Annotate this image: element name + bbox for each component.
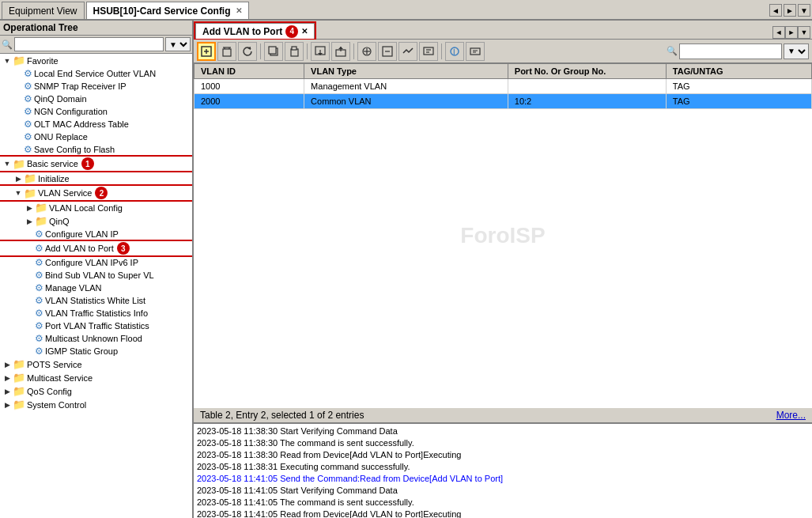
leaf-icon13: ⚙: [35, 295, 43, 306]
tree-search-input[interactable]: [14, 37, 164, 51]
tree-item-vlan-local[interactable]: ▶ 📁 VLAN Local Config: [0, 201, 192, 214]
tree-item-igmp-static[interactable]: ⚙ IGMP Static Group: [0, 345, 192, 357]
svg-rect-28: [470, 48, 480, 55]
inner-search-input[interactable]: [679, 43, 782, 59]
tree-item-pots-service[interactable]: ▶ 📁 POTS Service: [0, 357, 192, 371]
tree-search-dropdown[interactable]: ▼: [165, 37, 191, 51]
inner-nav-down[interactable]: ▼: [798, 26, 810, 39]
tab-card-service[interactable]: HSUB[10]-Card Service Config ✕: [86, 2, 249, 19]
inner-search-select[interactable]: ▼: [784, 43, 809, 59]
tree-item-qos-config[interactable]: ▶ 📁 QoS Config: [0, 384, 192, 398]
search-icon: 🔍: [2, 40, 13, 50]
export-button[interactable]: [331, 42, 350, 61]
tab-card-service-label: HSUB[10]-Card Service Config: [93, 6, 231, 17]
expand-vlan-local[interactable]: ▶: [24, 204, 35, 212]
watermark: ForoISP: [460, 223, 545, 248]
new-button[interactable]: [197, 42, 216, 61]
tree-item-ngn[interactable]: ⚙ NGN Configuration: [0, 105, 192, 118]
tree-label-vlan-service: VLAN Service: [38, 188, 92, 198]
tab-nav-right[interactable]: ►: [784, 4, 796, 17]
expand-qinq[interactable]: ▶: [24, 217, 35, 225]
inner-nav: ◄ ► ▼: [772, 26, 810, 39]
tree-item-multicast-service[interactable]: ▶ 📁 Multicast Service: [0, 371, 192, 384]
paste-button[interactable]: [285, 42, 304, 61]
tree-item-local-end[interactable]: ⚙ Local End Service Outter VLAN: [0, 67, 192, 80]
tree-item-qinq[interactable]: ▶ 📁 QinQ: [0, 214, 192, 228]
leaf-icon7: ⚙: [24, 144, 32, 155]
leaf-icon6: ⚙: [24, 131, 32, 142]
tree-item-onu-replace[interactable]: ⚙ ONU Replace: [0, 130, 192, 143]
btn-extra-1[interactable]: [357, 42, 376, 61]
leaf-icon17: ⚙: [35, 346, 43, 357]
toolbar-sep-4: [441, 43, 442, 59]
tree-item-manage-vlan[interactable]: ⚙ Manage VLAN: [0, 282, 192, 294]
refresh-button[interactable]: [238, 42, 257, 61]
tree-item-vlan-stats-white[interactable]: ⚙ VLAN Statistics White List: [0, 294, 192, 307]
tree-label-config-vlan-ipv6: Configure VLAN IPv6 IP: [45, 258, 138, 267]
tree-label-ngn: NGN Configuration: [34, 107, 108, 116]
expand-vlan-service[interactable]: ▼: [13, 189, 24, 197]
tree-item-save-config[interactable]: ⚙ Save Config to Flash: [0, 143, 192, 156]
status-text: Table 2, Entry 2, selected 1 of 2 entrie…: [200, 410, 364, 421]
tab-equipment-view[interactable]: Equipment View: [2, 2, 85, 19]
leaf-icon16: ⚙: [35, 333, 43, 344]
expand-pots[interactable]: ▶: [2, 361, 13, 369]
badge-4: 4: [285, 25, 298, 38]
tree-item-config-vlan-ipv6[interactable]: ⚙ Configure VLAN IPv6 IP: [0, 256, 192, 269]
copy-button[interactable]: [264, 42, 283, 61]
inner-nav-left[interactable]: ◄: [772, 26, 785, 39]
col-tag-untag: TAG/UNTAG: [666, 64, 811, 79]
inner-tab-add-vlan[interactable]: Add VLAN to Port 4 ✕: [195, 23, 315, 39]
tree-item-basic-service[interactable]: ▼ 📁 Basic service 1: [0, 157, 192, 171]
tree-label-port-vlan: Port VLAN Traffic Statistics: [45, 321, 149, 331]
tree-item-snmp[interactable]: ⚙ SNMP Trap Receiver IP: [0, 80, 192, 93]
expand-initialize[interactable]: ▶: [13, 175, 24, 183]
tree-item-multicast-unknown[interactable]: ⚙ Multicast Unknown Flood: [0, 332, 192, 345]
system-folder-icon: 📁: [13, 399, 25, 410]
table-row[interactable]: 2000Common VLAN10:2TAG: [195, 94, 812, 109]
tab-close-icon[interactable]: ✕: [236, 6, 242, 15]
log-line: 2023-05-18 11:38:31 Executing command su…: [197, 461, 809, 473]
btn-extra-2[interactable]: [378, 42, 397, 61]
inner-toolbar: i 🔍 ▼: [194, 40, 812, 63]
leaf-icon9: ⚙: [35, 243, 43, 254]
btn-extra-4[interactable]: [419, 42, 438, 61]
tab-nav-left[interactable]: ◄: [769, 4, 782, 17]
table-row[interactable]: 1000Management VLANTAG: [195, 79, 812, 94]
more-link[interactable]: More...: [776, 410, 806, 421]
tree-item-bind-sub-vlan[interactable]: ⚙ Bind Sub VLAN to Super VL: [0, 269, 192, 282]
col-vlan-type: VLAN Type: [304, 64, 508, 79]
toolbar-sep-2: [307, 43, 308, 59]
tree-item-vlan-service[interactable]: ▼ 📁 VLAN Service 2: [0, 186, 192, 200]
inner-tab-close-icon[interactable]: ✕: [301, 27, 308, 36]
tree-label-vlan-traffic: VLAN Traffic Statistics Info: [45, 308, 148, 318]
tree-item-qinq-domain[interactable]: ⚙ QinQ Domain: [0, 93, 192, 105]
tree-item-vlan-traffic[interactable]: ⚙ VLAN Traffic Statistics Info: [0, 307, 192, 319]
btn-extra-5[interactable]: i: [445, 42, 464, 61]
tree-item-olt-mac[interactable]: ⚙ OLT MAC Address Table: [0, 118, 192, 130]
expand-multicast[interactable]: ▶: [2, 374, 13, 382]
btn-extra-3[interactable]: [398, 42, 417, 61]
tree-item-initialize[interactable]: ▶ 📁 Initialize: [0, 172, 192, 185]
expand-qos[interactable]: ▶: [2, 388, 13, 395]
btn-extra-6[interactable]: [466, 42, 485, 61]
tab-equipment-view-label: Equipment View: [9, 6, 77, 17]
expand-basic-service[interactable]: ▼: [2, 160, 13, 168]
tree-label-bind-sub-vlan: Bind Sub VLAN to Super VL: [45, 270, 154, 280]
tree-item-add-vlan[interactable]: ⚙ Add VLAN to Port 3: [0, 241, 192, 255]
tree-item-system-control[interactable]: ▶ 📁 System Control: [0, 398, 192, 411]
import-button[interactable]: [311, 42, 330, 61]
badge-2: 2: [95, 187, 108, 199]
inner-nav-right[interactable]: ►: [785, 26, 798, 39]
tab-nav-down[interactable]: ▼: [798, 4, 810, 17]
tree-label-basic-service: Basic service: [27, 159, 78, 168]
expand-system[interactable]: ▶: [2, 401, 13, 409]
tree-item-favorite[interactable]: ▼ 📁 Favorite: [0, 54, 192, 67]
expand-favorite[interactable]: ▼: [2, 57, 13, 65]
tree-label-multicast-service: Multicast Service: [27, 373, 93, 383]
vlan-service-folder-icon: 📁: [24, 187, 36, 199]
tree-item-config-vlan-ip[interactable]: ⚙ Configure VLAN IP: [0, 228, 192, 240]
delete-button[interactable]: [217, 42, 236, 61]
tree-item-port-vlan[interactable]: ⚙ Port VLAN Traffic Statistics: [0, 319, 192, 332]
svg-rect-11: [292, 47, 296, 50]
